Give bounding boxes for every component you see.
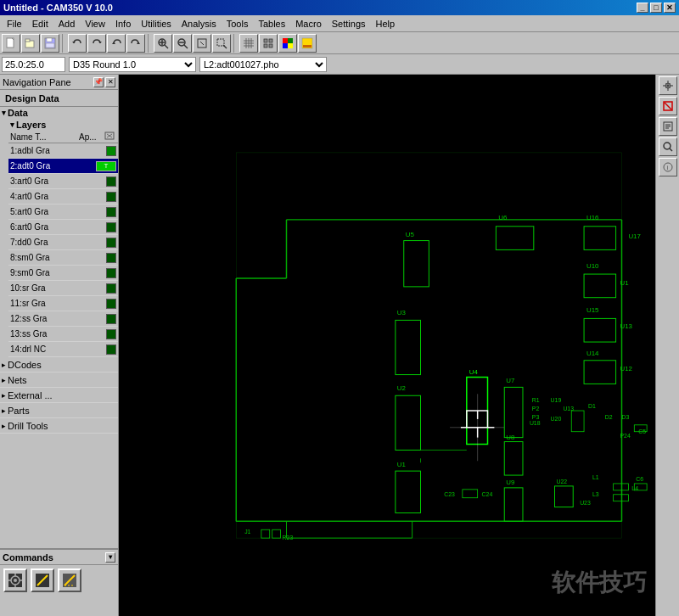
close-button[interactable]: ✕ <box>664 3 676 13</box>
menu-tools[interactable]: Tools <box>222 17 254 31</box>
svg-text:U7: U7 <box>506 377 514 384</box>
separator-3 <box>233 34 237 53</box>
design-data-tab[interactable]: Design Data <box>0 90 118 107</box>
commands-header: Commands ▾ <box>0 550 118 565</box>
menu-view[interactable]: View <box>80 17 110 31</box>
svg-rect-19 <box>217 39 224 46</box>
design-data-label: Design Data <box>5 93 59 104</box>
snap-button[interactable] <box>259 34 278 53</box>
svg-line-148 <box>670 148 672 151</box>
svg-text:C6: C6 <box>636 476 643 482</box>
new-button[interactable] <box>2 34 20 53</box>
layer-12[interactable]: 12:ss Gra <box>8 311 118 327</box>
layer-1[interactable]: 1:adbl Gra <box>8 143 118 159</box>
menu-file[interactable]: File <box>2 17 27 31</box>
menu-add[interactable]: Add <box>53 17 81 31</box>
layer-6[interactable]: 6:art0 Gra <box>8 220 118 235</box>
rt-properties-button[interactable] <box>659 117 677 136</box>
undo-button[interactable] <box>68 34 87 53</box>
commands-title: Commands <box>3 552 53 563</box>
external-item[interactable]: ▸ External ... <box>0 388 118 403</box>
coord-input[interactable]: 25.0:25.0 <box>2 57 65 72</box>
svg-rect-28 <box>269 39 272 42</box>
svg-marker-7 <box>98 42 102 43</box>
menu-edit[interactable]: Edit <box>27 17 53 31</box>
dcodes-item[interactable]: ▸ DCodes <box>0 357 118 372</box>
menu-tables[interactable]: Tables <box>253 17 290 31</box>
toolbar <box>0 32 679 54</box>
svg-text:U5: U5 <box>406 231 415 238</box>
nav-pane-header: Navigation Pane 📌 ✕ <box>0 75 118 90</box>
zoom-out-button[interactable] <box>173 34 192 53</box>
arc-command-button[interactable] <box>31 568 54 592</box>
save-button[interactable] <box>41 34 59 53</box>
menu-settings[interactable]: Settings <box>327 17 371 31</box>
open-button[interactable] <box>21 34 40 53</box>
svg-line-15 <box>184 45 188 48</box>
svg-text:U17: U17 <box>628 232 640 240</box>
layers-header[interactable]: ▾ Layers <box>8 119 118 131</box>
menu-info[interactable]: Info <box>110 17 136 31</box>
grid-button[interactable] <box>239 34 258 53</box>
menu-analysis[interactable]: Analysis <box>177 17 222 31</box>
svg-point-147 <box>664 143 671 149</box>
title-bar: Untitled - CAM350 V 10.0 _ □ ✕ <box>0 0 679 15</box>
line-command-button[interactable] <box>58 568 81 592</box>
layers-col-headers: Name T... Ap... <box>8 131 118 143</box>
commands-collapse-btn[interactable]: ▾ <box>105 552 115 563</box>
layer-6-color <box>106 222 116 232</box>
layer-11[interactable]: 11:sr Gra <box>8 296 118 311</box>
nets-label: Nets <box>8 375 27 385</box>
layers-expand-arrow: ▾ <box>10 120 14 129</box>
rt-zoom-button[interactable] <box>659 137 677 156</box>
undo2-button[interactable] <box>107 34 126 53</box>
layer-8-color <box>106 253 116 263</box>
parts-item[interactable]: ▸ Parts <box>0 403 118 418</box>
minimize-button[interactable]: _ <box>637 3 648 13</box>
nets-item[interactable]: ▸ Nets <box>0 372 118 388</box>
layer-8[interactable]: 8:sm0 Gra <box>8 250 118 266</box>
layer-13[interactable]: 13:ss Gra <box>8 327 118 342</box>
rt-info-button[interactable]: i <box>659 158 677 176</box>
drill-tools-item[interactable]: ▸ Drill Tools <box>0 418 118 434</box>
redo-button[interactable] <box>87 34 106 53</box>
aperture-select[interactable]: D35 Round 1.0 <box>69 57 196 72</box>
layer-3[interactable]: 3:art0 Gra <box>8 174 118 189</box>
zoom-in-button[interactable] <box>154 34 172 53</box>
layer-7[interactable]: 7:dd0 Gra <box>8 235 118 250</box>
svg-text:U15: U15 <box>586 306 599 314</box>
layer-14[interactable]: 14:drl NC <box>8 342 118 357</box>
layer-9[interactable]: 9:sm0 Gra <box>8 266 118 281</box>
layer-select[interactable]: L2:adt001027.pho <box>199 57 327 72</box>
menu-macro[interactable]: Macro <box>290 17 327 31</box>
nav-close-button[interactable]: ✕ <box>105 77 115 87</box>
svg-rect-30 <box>269 44 272 48</box>
canvas-area[interactable]: U6 U16 U17 U10 U1 U15 U13 U14 U12 U5 <box>119 75 655 616</box>
svg-text:U3: U3 <box>397 309 407 316</box>
layer-10[interactable]: 10:sr Gra <box>8 281 118 296</box>
menu-utilities[interactable]: Utilities <box>136 17 176 31</box>
layer-5[interactable]: 5:art0 Gra <box>8 204 118 220</box>
svg-rect-5 <box>46 43 54 48</box>
rt-delete-button[interactable] <box>659 97 677 115</box>
flash-command-button[interactable] <box>3 568 27 592</box>
rt-snap-button[interactable] <box>659 76 677 95</box>
svg-line-142 <box>665 103 671 109</box>
palette-button[interactable] <box>298 34 317 53</box>
redo2-button[interactable] <box>126 34 145 53</box>
layer-4[interactable]: 4:art0 Gra <box>8 189 118 204</box>
menu-help[interactable]: Help <box>371 17 401 31</box>
menu-bar: File Edit Add View Info Utilities Analys… <box>0 15 679 32</box>
title-bar-controls: _ □ ✕ <box>637 3 676 13</box>
zoom-area-button[interactable] <box>212 34 231 53</box>
svg-text:U22: U22 <box>556 479 567 484</box>
nav-pin-button[interactable]: 📌 <box>93 77 104 87</box>
layer-2[interactable]: 2:adt0 Gra T <box>8 159 118 174</box>
data-section-header[interactable]: ▾ Data <box>0 107 118 119</box>
svg-rect-31 <box>283 38 288 43</box>
svg-point-42 <box>14 579 17 582</box>
maximize-button[interactable]: □ <box>650 3 662 13</box>
zoom-fit-button[interactable] <box>193 34 211 53</box>
main-layout: Navigation Pane 📌 ✕ Design Data ▾ Data ▾… <box>0 75 679 616</box>
color-button[interactable] <box>278 34 297 53</box>
